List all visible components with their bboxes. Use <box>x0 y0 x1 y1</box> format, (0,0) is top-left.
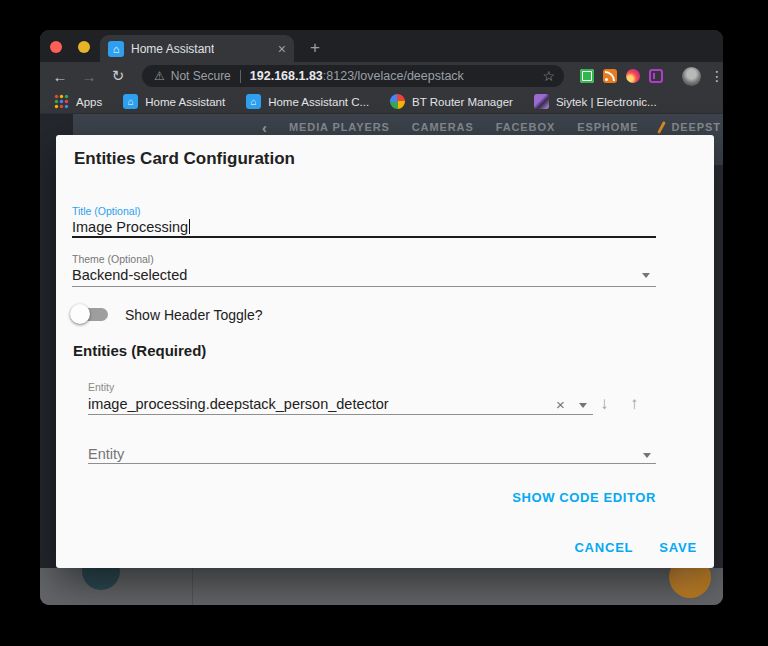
omnibox-divider <box>240 70 241 83</box>
tab-title: Home Assistant <box>131 42 214 56</box>
ha-tab-deepstack-label: DEEPST <box>671 121 720 133</box>
forward-icon[interactable]: → <box>81 68 97 85</box>
deepstack-tab-icon <box>658 121 667 134</box>
save-button[interactable]: SAVE <box>659 540 697 555</box>
entity-1-label: Entity <box>88 381 114 393</box>
home-assistant-icon: ⌂ <box>246 94 261 109</box>
reload-icon[interactable]: ↻ <box>110 67 126 85</box>
title-input-value: Image Processing <box>72 219 188 235</box>
not-secure-warning-icon: ⚠ <box>154 69 165 83</box>
home-assistant-favicon-icon: ⌂ <box>108 41 124 57</box>
bookmark-label: Home Assistant <box>145 96 225 108</box>
cancel-button[interactable]: CANCEL <box>574 540 633 555</box>
dialog-actions: CANCEL SAVE <box>574 540 697 555</box>
ha-tab-facebox[interactable]: FACEBOX <box>496 121 555 133</box>
bookmark-apps[interactable]: Apps <box>54 94 102 109</box>
bookmarks-bar: Apps ⌂ Home Assistant ⌂ Home Assistant C… <box>40 90 723 114</box>
bookmark-label: BT Router Manager <box>412 96 513 108</box>
entity-2-dropdown-caret-icon[interactable] <box>643 453 651 458</box>
entity-2-input[interactable]: Entity <box>88 446 124 462</box>
url-path: :8123/lovelace/deepstack <box>323 69 464 83</box>
entity-1-dropdown-caret-icon[interactable] <box>579 403 587 408</box>
browser-window: ⌂ Home Assistant × + ← → ↻ ⚠ Not Secure … <box>40 30 723 605</box>
extension-icon-green[interactable] <box>580 69 594 83</box>
bookmark-label: Home Assistant C... <box>268 96 369 108</box>
theme-select[interactable]: Backend-selected <box>72 267 187 283</box>
bookmark-siytek[interactable]: Siytek | Electronic... <box>534 94 657 109</box>
bookmark-home-assistant[interactable]: ⌂ Home Assistant <box>123 94 225 109</box>
url-host: 192.168.1.83 <box>250 69 323 83</box>
entity-1-move-up-icon[interactable]: ↑ <box>630 395 639 412</box>
apps-grid-icon <box>54 94 69 109</box>
entity-1-move-down-icon[interactable]: ↓ <box>600 395 609 412</box>
new-tab-button[interactable]: + <box>302 35 328 61</box>
title-field-underline <box>72 236 656 238</box>
extensions-area <box>580 69 663 83</box>
bookmark-label: Apps <box>76 96 102 108</box>
content-divider <box>192 568 193 605</box>
bookmark-label: Siytek | Electronic... <box>556 96 657 108</box>
entity-1-underline <box>88 414 593 415</box>
back-icon[interactable]: ← <box>52 68 68 85</box>
bookmark-bt-router-manager[interactable]: BT Router Manager <box>390 94 513 109</box>
profile-avatar[interactable] <box>682 67 701 86</box>
rss-extension-icon[interactable] <box>603 69 617 83</box>
chrome-menu-icon[interactable]: ⋮ <box>710 68 723 84</box>
ha-tab-media-players[interactable]: MEDIA PLAYERS <box>289 121 390 133</box>
bookmark-home-assistant-c[interactable]: ⌂ Home Assistant C... <box>246 94 369 109</box>
not-secure-label[interactable]: Not Secure <box>171 69 231 83</box>
entity-2-underline <box>88 463 656 464</box>
header-toggle-label: Show Header Toggle? <box>125 307 263 323</box>
entities-card-config-dialog: Entities Card Configuration Title (Optio… <box>56 135 714 568</box>
bt-router-icon <box>390 94 405 109</box>
entities-heading: Entities (Required) <box>73 342 206 359</box>
ha-view-tabs: ‹ MEDIA PLAYERS CAMERAS FACEBOX ESPHOME … <box>262 118 723 136</box>
header-toggle-thumb[interactable] <box>70 304 90 324</box>
show-code-editor-button[interactable]: SHOW CODE EDITOR <box>512 490 656 505</box>
close-window-button[interactable] <box>50 41 62 53</box>
screenshot-root: ⌂ Home Assistant × + ← → ↻ ⚠ Not Secure … <box>0 0 768 646</box>
dimmed-content-strip <box>40 568 723 605</box>
title-field-label: Title (Optional) <box>72 205 140 217</box>
minimize-window-button[interactable] <box>78 41 90 53</box>
browser-toolbar: ← → ↻ ⚠ Not Secure 192.168.1.83 :8123/lo… <box>40 62 723 90</box>
entity-1-clear-icon[interactable]: × <box>556 397 565 412</box>
ha-tab-cameras[interactable]: CAMERAS <box>412 121 474 133</box>
entity-1-input[interactable]: image_processing.deepstack_person_detect… <box>88 396 389 412</box>
tab-strip: ⌂ Home Assistant × + <box>40 30 723 62</box>
extension-icon-purple[interactable] <box>649 69 663 83</box>
ha-tab-esphome[interactable]: ESPHOME <box>577 121 638 133</box>
text-cursor <box>189 219 190 234</box>
tabs-scroll-left-icon[interactable]: ‹ <box>262 119 267 136</box>
close-tab-icon[interactable]: × <box>278 42 286 56</box>
title-input[interactable]: Image Processing <box>72 219 190 235</box>
theme-field-label: Theme (Optional) <box>72 253 154 265</box>
home-assistant-icon: ⌂ <box>123 94 138 109</box>
dialog-title: Entities Card Configuration <box>74 149 295 169</box>
browser-tab-home-assistant[interactable]: ⌂ Home Assistant × <box>100 35 294 62</box>
theme-field-underline <box>72 286 656 287</box>
theme-dropdown-caret-icon[interactable] <box>642 273 650 278</box>
siytek-icon <box>534 94 549 109</box>
instagram-extension-icon[interactable] <box>626 69 640 83</box>
ha-tab-deepstack[interactable]: DEEPST <box>660 121 720 134</box>
bookmark-star-icon[interactable]: ☆ <box>542 68 555 84</box>
address-bar[interactable]: ⚠ Not Secure 192.168.1.83 :8123/lovelace… <box>142 65 564 87</box>
